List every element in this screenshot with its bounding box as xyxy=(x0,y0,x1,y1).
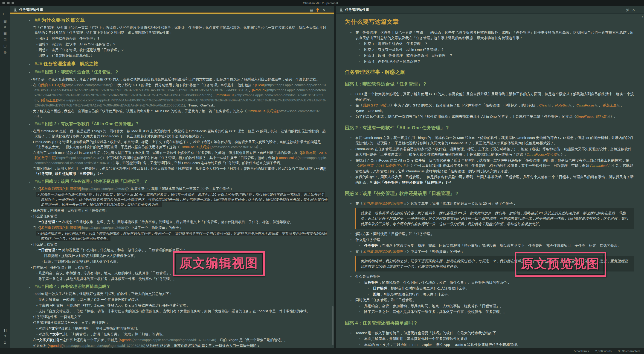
editor-line[interactable]: > 就像是一场和高手对决的篮球比赛，到了第四节，我们还落后 20 分，如果此时放… xyxy=(40,192,327,207)
editor-line[interactable]: - 丰富的 API 支持，可以协同 IFTTT、Zapier、捷径 App、Dr… xyxy=(40,303,327,308)
fold-arrow-icon[interactable]: ▾ xyxy=(29,17,30,24)
editor-pane-header[interactable]: 任务管理这件事 ▤ ✕ ⋮ xyxy=(10,6,334,14)
editor-line[interactable]: - **任务管理：** 在概念上它通过收集、整理、完成、回顾等流程将「待办事项」… xyxy=(40,219,327,225)
external-link[interactable]: [OmniFocus-技巧篇] xyxy=(180,145,210,149)
editor-line[interactable]: - 在用 OmniFocus 之前，我一直是在用 Things 的，同样作为一款… xyxy=(34,129,327,139)
editor-line[interactable]: - 解决方案：同时使用「日程管理」和「任务管理」 xyxy=(34,208,327,213)
note-icon xyxy=(340,8,343,12)
more-options-icon[interactable]: ⋮ xyxy=(638,8,642,12)
pane-divider[interactable] xyxy=(334,6,336,348)
external-link[interactable]: [Fantastical 2] xyxy=(276,156,297,160)
close-pane-icon[interactable]: ✕ xyxy=(322,8,325,12)
editor-line[interactable]: - 困惑 1：哪些软件适合做「任务管理」？ xyxy=(40,36,327,41)
external-link[interactable]: Clear xyxy=(539,103,548,107)
expand-left-sidebar-icon[interactable]: › xyxy=(3,12,4,16)
open-graph-view-icon[interactable]: ▤ xyxy=(3,19,7,23)
external-link[interactable]: Fantastical 2 xyxy=(590,164,610,167)
markdown-source-editor[interactable]: ▾## 为什么要写这篇文章- 在「任务管理」这件事上我也一直是「在路上」的状态，… xyxy=(10,14,334,348)
editor-line[interactable]: - 为了解决这个困惑，我也在一直调整自己的「软件使用体验」试图去找出来那个 Al… xyxy=(34,109,327,119)
editor-line[interactable]: ▾#### 困惑 2：有没有一款软件「All in One 任务管理」？ xyxy=(34,121,327,127)
external-link[interactable]: 器物与我 - 2016 我的数字生活 xyxy=(359,164,407,167)
fold-arrow-icon[interactable]: ▾ xyxy=(29,284,30,290)
editor-scroll-area[interactable]: ▾## 为什么要写这篇文章- 在「任务管理」这件事上我也一直是「在路上」的状态，… xyxy=(10,14,334,348)
external-link[interactable]: 术与道-聊聊我的时间管理 xyxy=(362,250,403,254)
external-link[interactable]: [Clear] xyxy=(255,83,265,87)
editor-line[interactable]: - 对这段**文字**设置上「提醒时间」，即可以在指定时间提醒我们。 xyxy=(40,326,327,331)
fold-arrow-icon[interactable]: ▾ xyxy=(29,179,30,185)
editor-line[interactable]: - 除了第一条之外，其他凡是具体到某一项任务，具体做某一件事，统统算作「任务管理… xyxy=(40,276,327,281)
editor-line[interactable]: ▾### 任务管理这些事 - 解惑之旅 xyxy=(34,61,327,67)
bookmark-icon[interactable]: ▤ xyxy=(310,8,313,12)
editor-scrollbar-thumb[interactable] xyxy=(332,306,334,345)
editor-line[interactable]: > 例如购物清单，我们购物之前，记录下需要买的东西，然后在购买过程中，每买完一个… xyxy=(40,231,327,241)
preview-list-item: 在「任务管理」这件事上我也一直是「在路上」的状态，这些年也没少折腾各种软件和服务… xyxy=(345,30,634,41)
external-link[interactable]: OmniFocus-技巧篇 xyxy=(576,115,606,118)
external-link[interactable]: [番茄土豆] xyxy=(41,98,56,102)
external-link[interactable]: [Agenda] xyxy=(119,338,132,342)
external-link[interactable]: OmniFocus-技巧篇 xyxy=(526,152,557,156)
external-link[interactable]: 术与道-聊聊我的时间管理 xyxy=(362,202,403,205)
quick-switcher-icon[interactable]: ❖ xyxy=(3,25,7,29)
editor-line[interactable]: - Todoist 是一款入手相对简单，但是玩好也需要「技巧」的软件，它最大的特… xyxy=(34,291,327,296)
editor-line[interactable]: - 任务管理归根结底就是对一段「文字」进行管理： xyxy=(34,320,327,325)
pin-icon[interactable] xyxy=(316,8,319,11)
fold-arrow-icon[interactable]: ▾ xyxy=(29,70,30,75)
editor-line[interactable]: ▾#### 困惑 4：任务管理还能再简单点吗？ xyxy=(34,284,327,289)
external-link-icon: ↗ xyxy=(617,104,620,106)
audio-recorder-icon[interactable]: ◍ xyxy=(3,50,7,54)
external-link-icon: ↗ xyxy=(570,104,572,106)
editor-line[interactable]: - OmniFocus 在任务管理上拥有着自己的独家武器：收件箱、项目管理、标记… xyxy=(34,139,327,149)
daily-notes-icon[interactable]: ☑ xyxy=(3,38,7,42)
template-icon[interactable]: ◫ xyxy=(3,44,7,48)
external-link[interactable]: [术与道-聊聊我的时间管理] xyxy=(40,187,81,191)
external-link[interactable]: 番茄土豆 xyxy=(602,103,616,107)
external-link[interactable]: [OmniFocus] xyxy=(216,93,235,97)
editor-line[interactable]: - 在《[术与道-聊聊我的时间管理](https://sspai.com/pos… xyxy=(34,225,327,230)
editor-line[interactable]: ▾## 为什么要写这篇文章 xyxy=(34,17,327,23)
external-link[interactable]: [OmniFocus-技巧篇] xyxy=(247,109,278,113)
toggle-edit-mode-icon[interactable]: ✎ xyxy=(626,8,629,12)
backlink-count[interactable]: 5 backlinks xyxy=(574,349,589,353)
editor-line[interactable]: - 困惑 3：该用「任务管理」软件还是该用「日程管理」？ xyxy=(40,48,327,53)
command-palette-icon[interactable]: ▦ xyxy=(3,31,7,36)
more-options-icon[interactable]: ⋮ xyxy=(328,8,332,12)
fold-arrow-icon[interactable]: ▾ xyxy=(29,61,30,67)
editor-line[interactable]: - 在《[我的 GTD 习惯](https://sspai.com/post/3… xyxy=(34,83,327,108)
editor-line[interactable]: - GTD 是一个较为复杂的概念，真正了解并使用 GTD 的人，会喜欢他并且会自… xyxy=(34,77,327,82)
editor-line[interactable]: ▾#### 困惑 1：哪些软件适合做「任务管理」？ xyxy=(34,69,327,75)
editor-line[interactable]: - 困惑 2：有没有一款软件「All in One 任务管理」？ xyxy=(40,42,327,47)
editor-line[interactable]: - 在《[术与道-聊聊我的时间管理](https://sspai.com/pos… xyxy=(34,186,327,191)
fold-arrow-icon[interactable]: ▾ xyxy=(29,121,30,127)
editor-pane: 任务管理这件事 ▤ ✕ ⋮ ▾## 为什么要写这篇文章- 在「任务管理」这件事上… xyxy=(10,6,334,348)
text-span: 界面足够简单，开箱即用，基本满足你对一个任务管理软件的要求 xyxy=(364,337,468,341)
vault-switcher-icon[interactable]: ◧ xyxy=(3,328,7,332)
preview-scroll-area[interactable]: 为什么要写这篇文章在「任务管理」这件事上我也一直是「在路上」的状态，这些年也没少… xyxy=(336,14,644,348)
external-link[interactable]: OmniFocus xyxy=(576,103,594,107)
editor-line[interactable]: - 在找到了 OmniFocus 这款 All in One 软件后，我也着实是… xyxy=(34,150,327,165)
text-span: 困惑 1：哪些软件适合做「任务管理」？ xyxy=(38,36,100,40)
editor-line[interactable]: - 任务管理这件事 - 一切都是文字 xyxy=(34,314,327,319)
editor-line[interactable]: - 什么是任务管理 xyxy=(34,214,327,219)
external-link[interactable]: 我的 GTD 习惯 xyxy=(362,103,386,107)
editor-line[interactable]: - 在**文字关联任务**这件事上还真有一个开拓者，它就是 [Agenda](h… xyxy=(34,337,327,342)
preview-pane-header[interactable]: 任务管理这件事 ✎ ✕ ⋮ xyxy=(336,6,644,14)
close-pane-icon[interactable]: ✕ xyxy=(632,8,635,12)
left-ribbon: › ▤❖▦☑◫◍ ◧?⚙ xyxy=(0,6,10,348)
external-link[interactable]: NoteBox xyxy=(555,103,569,107)
editor-line[interactable]: - 界面足够简单，开箱即用，基本满足你对一个任务管理软件的要求 xyxy=(40,297,327,302)
settings-icon[interactable]: ⚙ xyxy=(3,341,7,345)
editor-line[interactable]: - 困惑 4：任务管理还能再简单点吗？ xyxy=(40,53,327,58)
editor-line[interactable]: ▾#### 困惑 3：该用「任务管理」软件还是该用「日程管理」？ xyxy=(34,179,327,184)
editor-line[interactable]: - 在我的印象中，周围人很少用「日程管理」，但是我在各种美剧中可以看到，外国人非… xyxy=(34,166,327,176)
editor-line[interactable]: - 如果你对 [Agenda](https://apps.apple.com/c… xyxy=(34,343,327,348)
help-icon[interactable]: ? xyxy=(3,334,7,338)
editor-line[interactable]: - 对这段 **文字**进行「归类管理」，所谓「任务分类」「完成」和「归档」等功… xyxy=(40,332,327,337)
external-link[interactable]: [NoteBox] xyxy=(252,88,267,92)
editor-line[interactable]: - 在「任务管理」这件事上我也一直是「在路上」的状态，这些年也没少折腾各种软件和… xyxy=(34,25,327,35)
editor-line[interactable]: - 支持「自定义筛选器」，借助「标签」功能，非常方便自由的筛选出所需的任务。当我… xyxy=(40,309,327,314)
expand-right-sidebar-icon[interactable]: ‹ xyxy=(642,15,643,19)
editor-line[interactable]: - 什么是日程管理 xyxy=(34,242,327,247)
external-link[interactable]: [Agenda] xyxy=(48,344,62,347)
external-link[interactable]: [术与道-聊聊我的时间管理] xyxy=(40,226,81,230)
external-link[interactable]: [我的 GTD 习惯] xyxy=(40,83,65,87)
